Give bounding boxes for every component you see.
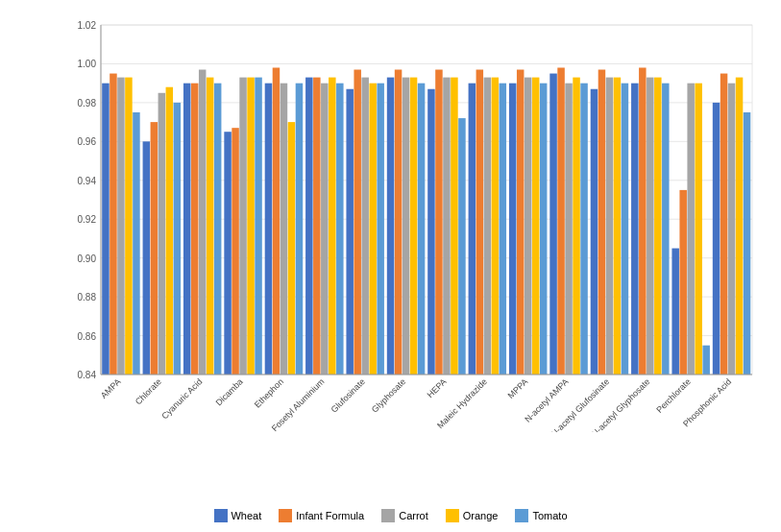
- legend-color: [279, 509, 292, 522]
- svg-rect-95: [606, 78, 613, 375]
- svg-rect-102: [654, 78, 661, 375]
- svg-rect-100: [639, 67, 646, 375]
- svg-rect-84: [532, 78, 539, 375]
- svg-text:0.96: 0.96: [78, 136, 97, 147]
- legend-label: Wheat: [231, 510, 261, 521]
- legend-label: Tomato: [532, 510, 567, 521]
- svg-rect-115: [744, 112, 750, 375]
- svg-rect-40: [232, 128, 238, 375]
- svg-rect-30: [166, 87, 173, 375]
- svg-rect-33: [183, 84, 190, 375]
- svg-rect-77: [484, 78, 491, 375]
- svg-text:1.00: 1.00: [78, 59, 97, 69]
- svg-text:0.84: 0.84: [78, 370, 97, 380]
- svg-rect-47: [281, 84, 287, 375]
- svg-rect-70: [435, 70, 442, 375]
- svg-rect-29: [159, 93, 165, 375]
- svg-rect-94: [598, 70, 605, 375]
- svg-rect-99: [631, 84, 638, 375]
- svg-rect-48: [288, 122, 295, 375]
- svg-rect-66: [410, 78, 417, 375]
- svg-text:0.86: 0.86: [78, 331, 97, 342]
- svg-rect-79: [500, 84, 506, 375]
- svg-rect-88: [557, 67, 564, 375]
- svg-rect-90: [573, 78, 579, 375]
- svg-rect-43: [255, 78, 261, 375]
- svg-rect-81: [509, 84, 516, 375]
- svg-rect-61: [377, 84, 383, 375]
- svg-text:0.94: 0.94: [78, 176, 97, 186]
- legend-item: Orange: [446, 509, 499, 522]
- svg-rect-96: [614, 78, 621, 375]
- svg-rect-31: [174, 103, 181, 375]
- svg-rect-75: [469, 84, 476, 375]
- svg-text:AMPA: AMPA: [99, 376, 123, 400]
- svg-text:Glufosinate: Glufosinate: [329, 376, 367, 414]
- svg-rect-105: [671, 249, 678, 375]
- svg-rect-24: [125, 78, 132, 375]
- svg-text:Dicamba: Dicamba: [214, 376, 245, 407]
- svg-rect-101: [647, 78, 653, 375]
- legend-color: [213, 509, 227, 522]
- svg-rect-103: [662, 84, 669, 375]
- legend-color: [381, 509, 395, 522]
- svg-rect-28: [151, 122, 158, 375]
- svg-rect-63: [387, 78, 394, 375]
- svg-text:HEPA: HEPA: [426, 376, 449, 399]
- legend-label: Orange: [463, 510, 499, 521]
- svg-text:0.98: 0.98: [78, 98, 97, 109]
- svg-rect-85: [540, 84, 547, 375]
- svg-rect-109: [702, 346, 709, 375]
- svg-rect-59: [361, 78, 368, 375]
- svg-rect-60: [369, 84, 376, 375]
- svg-rect-87: [549, 74, 556, 375]
- svg-rect-55: [336, 84, 343, 375]
- svg-text:0.92: 0.92: [78, 214, 97, 225]
- legend-color: [446, 509, 459, 522]
- svg-rect-113: [728, 84, 735, 375]
- svg-text:0.88: 0.88: [78, 292, 97, 302]
- svg-rect-57: [346, 89, 353, 375]
- svg-rect-53: [321, 84, 328, 375]
- svg-rect-27: [143, 141, 150, 375]
- legend-item: Infant Formula: [279, 509, 364, 522]
- svg-rect-41: [239, 78, 246, 375]
- svg-rect-22: [110, 74, 116, 375]
- svg-rect-54: [329, 78, 335, 375]
- chart-svg: 0.840.860.880.900.920.940.960.981.001.02…: [58, 15, 771, 432]
- legend-label: Carrot: [399, 510, 428, 521]
- svg-rect-114: [736, 78, 743, 375]
- svg-rect-37: [214, 84, 221, 375]
- legend-color: [515, 509, 528, 522]
- svg-rect-107: [687, 84, 694, 375]
- svg-text:Perchlorate: Perchlorate: [654, 376, 693, 415]
- legend: WheatInfant FormulaCarrotOrangeTomato: [213, 509, 567, 522]
- svg-rect-89: [565, 84, 572, 375]
- chart-container: 0.840.860.880.900.920.940.960.981.001.02…: [0, 0, 781, 532]
- svg-text:Chlorate: Chlorate: [134, 376, 163, 406]
- legend-item: Wheat: [213, 509, 261, 522]
- svg-rect-58: [354, 70, 360, 375]
- svg-rect-108: [695, 84, 701, 375]
- legend-label: Infant Formula: [296, 510, 364, 521]
- svg-text:Cyanuric Acid: Cyanuric Acid: [159, 376, 204, 421]
- svg-rect-42: [247, 78, 254, 375]
- svg-rect-52: [313, 78, 320, 375]
- svg-rect-46: [273, 67, 280, 375]
- svg-rect-106: [679, 190, 686, 375]
- chart-area: 0.840.860.880.900.920.940.960.981.001.02…: [58, 15, 771, 432]
- svg-rect-111: [713, 103, 720, 375]
- svg-rect-34: [191, 84, 198, 375]
- legend-item: Carrot: [381, 509, 428, 522]
- svg-rect-93: [591, 89, 598, 375]
- svg-text:Glyphosate: Glyphosate: [370, 376, 407, 414]
- svg-text:0.90: 0.90: [78, 254, 97, 264]
- svg-rect-21: [102, 84, 109, 375]
- svg-rect-78: [492, 78, 499, 375]
- svg-rect-71: [443, 78, 450, 375]
- svg-rect-112: [720, 74, 727, 375]
- svg-rect-91: [580, 84, 587, 375]
- svg-rect-49: [296, 84, 303, 375]
- svg-rect-76: [476, 70, 483, 375]
- svg-text:Ethephon: Ethephon: [253, 376, 285, 409]
